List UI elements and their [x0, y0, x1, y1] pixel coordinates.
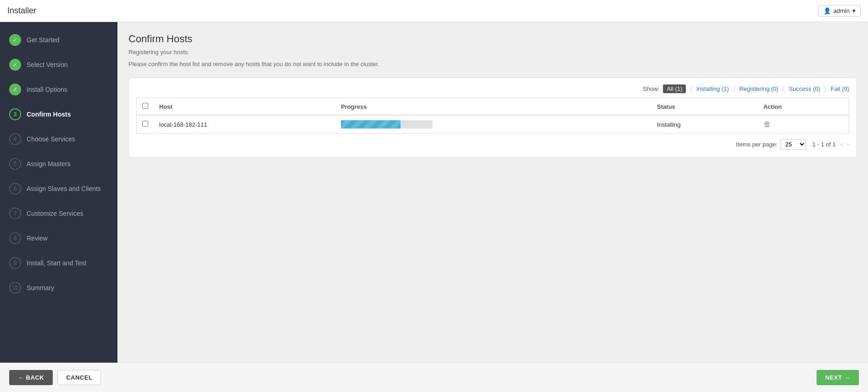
- hosts-card: Show: All (1) | Installing (1) | Registe…: [128, 78, 857, 157]
- sidebar-item-confirm-hosts[interactable]: 3Confirm Hosts: [0, 102, 117, 127]
- prev-page-icon[interactable]: <: [840, 141, 844, 148]
- per-page-select[interactable]: 25 50 100: [780, 139, 806, 150]
- step-circle-install-start-test: 9: [9, 257, 21, 269]
- col-status: Status: [651, 98, 758, 115]
- sidebar-item-assign-slaves[interactable]: 6Assign Slaves and Clients: [0, 176, 117, 201]
- cell-host-0: local-168-182-111: [154, 115, 335, 133]
- sidebar-item-summary[interactable]: 10Summary: [0, 275, 117, 300]
- cell-progress-0: [335, 115, 651, 133]
- sidebar-item-get-started[interactable]: ✓Get Started: [0, 28, 117, 52]
- show-label: Show:: [643, 85, 659, 92]
- content-area: Confirm Hosts Registering your hosts. Pl…: [117, 22, 868, 363]
- footer: ← BACK CANCEL NEXT →: [0, 363, 868, 392]
- page-range: 1 - 1 of 1: [812, 141, 836, 148]
- next-page-icon[interactable]: >: [846, 141, 849, 148]
- pagination-bar: Items per page: 25 50 100 1 - 1 of 1 < >: [136, 139, 849, 150]
- sidebar-label-select-version: Select Version: [27, 61, 68, 68]
- step-circle-summary: 10: [9, 282, 21, 294]
- sidebar-item-install-start-test[interactable]: 9Install, Start and Test: [0, 251, 117, 275]
- back-button[interactable]: ← BACK: [9, 370, 53, 385]
- table-row: local-168-182-111Installing🗑: [137, 115, 849, 133]
- sidebar-item-select-version[interactable]: ✓Select Version: [0, 52, 117, 77]
- col-host: Host: [154, 98, 335, 115]
- sidebar-label-assign-masters: Assign Masters: [27, 160, 71, 168]
- sidebar-item-assign-masters[interactable]: 5Assign Masters: [0, 151, 117, 176]
- select-all-checkbox[interactable]: [142, 103, 148, 109]
- sidebar-item-review[interactable]: 8Review: [0, 226, 117, 251]
- user-menu-button[interactable]: 👤 admin ▾: [818, 5, 861, 17]
- step-circle-review: 8: [9, 232, 21, 244]
- sidebar-label-customize-services: Customize Services: [27, 210, 83, 217]
- row-checkbox-0[interactable]: [142, 121, 148, 127]
- filter-option-0[interactable]: All (1): [663, 84, 686, 93]
- hosts-table: Host Progress Status Action local-168-18…: [137, 98, 849, 133]
- col-progress: Progress: [335, 98, 651, 115]
- filter-sep: |: [689, 85, 694, 92]
- sidebar-item-install-options[interactable]: ✓Install Options: [0, 77, 117, 102]
- sidebar-item-choose-services[interactable]: 4Choose Services: [0, 127, 117, 151]
- dropdown-arrow-icon: ▾: [852, 7, 856, 14]
- step-circle-customize-services: 7: [9, 207, 21, 219]
- page-subtitle-line1: Registering your hosts.: [128, 48, 857, 57]
- hosts-table-container: Host Progress Status Action local-168-18…: [136, 98, 849, 134]
- filter-sep: |: [823, 85, 828, 92]
- sidebar-label-install-start-test: Install, Start and Test: [27, 259, 86, 267]
- filter-option-2[interactable]: Registering (0): [739, 85, 778, 92]
- sidebar-label-get-started: Get Started: [27, 36, 60, 44]
- step-circle-select-version: ✓: [9, 59, 21, 71]
- cancel-button[interactable]: CANCEL: [57, 370, 101, 385]
- step-circle-confirm-hosts: 3: [9, 108, 21, 120]
- sidebar-label-assign-slaves: Assign Slaves and Clients: [27, 185, 101, 192]
- filter-bar: Show: All (1) | Installing (1) | Registe…: [136, 85, 849, 92]
- page-subtitle-line2: Please confirm the host list and remove …: [128, 60, 857, 69]
- filter-sep: |: [732, 85, 737, 92]
- filter-option-4[interactable]: Fail (0): [831, 85, 849, 92]
- page-nav: 1 - 1 of 1 < >: [810, 141, 850, 148]
- cell-status-0: Installing: [651, 115, 758, 133]
- user-icon: 👤: [823, 7, 831, 14]
- sidebar: ✓Get Started✓Select Version✓Install Opti…: [0, 22, 117, 363]
- items-per-page: Items per page: 25 50 100: [736, 139, 806, 150]
- step-circle-assign-masters: 5: [9, 158, 21, 170]
- delete-host-icon-0[interactable]: 🗑: [763, 120, 771, 128]
- step-circle-get-started: ✓: [9, 34, 21, 46]
- page-title: Confirm Hosts: [128, 33, 857, 45]
- sidebar-label-choose-services: Choose Services: [27, 135, 75, 143]
- col-action: Action: [758, 98, 849, 115]
- user-label: admin: [834, 7, 850, 14]
- step-circle-choose-services: 4: [9, 133, 21, 145]
- cell-action-0: 🗑: [758, 115, 849, 133]
- col-checkbox: [137, 98, 154, 115]
- sidebar-label-review: Review: [27, 235, 48, 242]
- next-button[interactable]: NEXT →: [817, 370, 859, 385]
- filter-sep: |: [781, 85, 786, 92]
- sidebar-label-confirm-hosts: Confirm Hosts: [27, 111, 71, 118]
- step-circle-assign-slaves: 6: [9, 183, 21, 195]
- sidebar-item-customize-services[interactable]: 7Customize Services: [0, 201, 117, 226]
- filter-option-1[interactable]: Installing (1): [696, 85, 729, 92]
- progress-bar-wrapper-0: [341, 120, 433, 129]
- sidebar-label-summary: Summary: [27, 284, 54, 291]
- filter-option-3[interactable]: Success (0): [789, 85, 820, 92]
- sidebar-label-install-options: Install Options: [27, 86, 67, 93]
- progress-bar-fill-0: [341, 120, 401, 129]
- step-circle-install-options: ✓: [9, 84, 21, 95]
- items-per-page-label: Items per page:: [736, 141, 777, 148]
- app-title: Installer: [7, 6, 36, 16]
